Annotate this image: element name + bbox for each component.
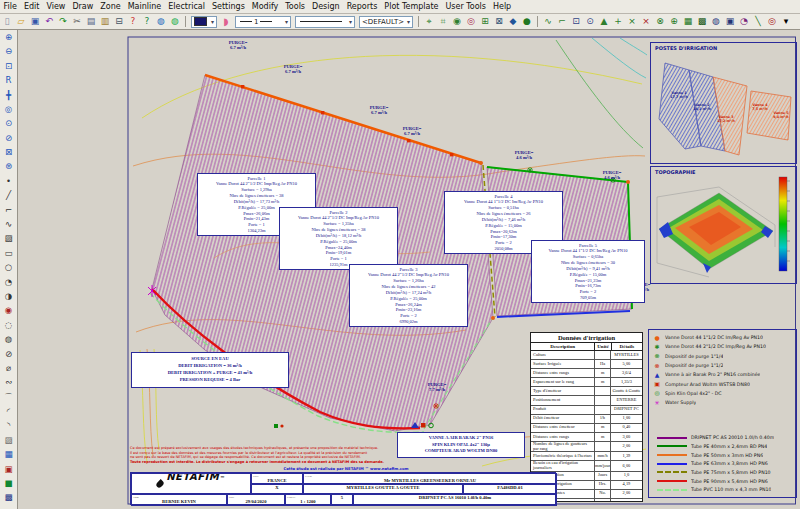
zoom-in-icon[interactable]: ⊕ <box>1 30 16 44</box>
dense-fill-tool-icon[interactable]: ▩ <box>695 15 709 28</box>
measure-tool-icon[interactable]: ⌀ <box>1 361 16 375</box>
valve-tool-icon[interactable]: ▲ <box>597 15 611 28</box>
redo-icon[interactable]: ↷ <box>56 15 70 28</box>
copy-icon[interactable]: ▤ <box>84 15 98 28</box>
menu-item[interactable]: Draw <box>69 2 97 11</box>
netafim-online-icon[interactable]: ◍ <box>168 15 182 28</box>
table-cell-unit <box>594 406 611 414</box>
delete-zone-tool-icon[interactable]: × <box>639 15 653 28</box>
undo-icon[interactable]: ↶ <box>42 15 56 28</box>
image-fill-tool-icon[interactable]: ▣ <box>1 462 16 476</box>
ellipse-filled-tool-icon[interactable]: ◍ <box>1 332 16 346</box>
delete-block-tool-icon[interactable]: ⊠ <box>492 15 506 28</box>
snap-tool-icon[interactable]: ⌖ <box>422 15 436 28</box>
about-icon[interactable]: ? <box>140 15 154 28</box>
drawing-toolbar: ⊕⊖⊡R╋◎⊙⊘⊠⊛•╱⌐∿▨▭○◔◑◉◌◍⊘⌀∾⌒◜◝▨▦▣■▩ <box>0 30 18 509</box>
point-tool-icon[interactable]: • <box>1 174 16 188</box>
report-tool-icon[interactable]: ▣ <box>723 15 737 28</box>
ellipse-arc-tool-icon[interactable]: ⊘ <box>1 347 16 361</box>
circle-2pt-tool-icon[interactable]: ◔ <box>1 275 16 289</box>
zoom-window-icon[interactable]: ⊡ <box>1 59 16 73</box>
zoom-center-icon[interactable]: ⊙ <box>1 116 16 130</box>
menu-item[interactable]: Modify <box>248 2 282 11</box>
legend-line-row: Tube PVC 110 mm x 4,3 mm PN10 <box>649 486 796 495</box>
circled-point-tool-icon[interactable]: ⊙ <box>583 15 597 28</box>
ellipse-tool-icon[interactable]: ◌ <box>1 318 16 332</box>
cut-icon[interactable]: ✂ <box>70 15 84 28</box>
new-file-icon[interactable]: ▯ <box>0 15 14 28</box>
pattern-fill-tool-icon[interactable]: ▩ <box>1 491 16 505</box>
table-cell-unit: Ha <box>594 360 611 368</box>
color-picker-combo[interactable]: ▾ <box>191 16 217 28</box>
outlet-tool-icon[interactable]: ● <box>520 15 534 28</box>
source-info-line: SOURCE EN EAU <box>134 356 286 363</box>
arc-start-end-tool-icon[interactable]: ◜ <box>1 404 16 418</box>
menu-item[interactable]: Help <box>489 2 514 11</box>
node-tool-icon[interactable]: ◉ <box>450 15 464 28</box>
polyline-tool-icon[interactable]: ⌐ <box>1 203 16 217</box>
wave-tool-icon[interactable]: ∿ <box>541 15 555 28</box>
globe-tool-icon[interactable]: ◍ <box>709 15 723 28</box>
legend-line-swatch <box>657 445 687 447</box>
solid-fill-tool-icon[interactable]: ■ <box>1 476 16 490</box>
redraw-icon[interactable]: R <box>1 73 16 87</box>
menu-item[interactable]: Reports <box>343 2 381 11</box>
zoom-out-icon[interactable]: ⊖ <box>1 44 16 58</box>
menu-item[interactable]: Plot Template <box>381 2 442 11</box>
polygon-tool-icon[interactable]: ▭ <box>1 246 16 260</box>
pan-icon[interactable]: ╋ <box>1 88 16 102</box>
hatch-pattern-tool-icon[interactable]: ▦ <box>1 447 16 461</box>
menu-item[interactable]: Tools <box>282 2 309 11</box>
image-tool-icon[interactable]: ◉ <box>1 303 16 317</box>
remove-tool-icon[interactable]: × <box>625 15 639 28</box>
line-width-combo[interactable]: 1 ▾ <box>235 16 291 28</box>
menu-item[interactable]: Zone <box>97 2 124 11</box>
eraser-icon[interactable]: ◗ <box>219 15 233 28</box>
add-tool-icon[interactable]: + <box>611 15 625 28</box>
menu-item[interactable]: View <box>43 2 69 11</box>
stop-tool-icon[interactable]: ◎ <box>765 15 779 28</box>
menu-item[interactable]: Mainline <box>124 2 165 11</box>
pipe-slope-tool-icon[interactable]: ╲ <box>751 15 765 28</box>
paste-icon[interactable]: ▥ <box>98 15 112 28</box>
menu-item[interactable]: User Tools <box>442 2 489 11</box>
junction-tool-icon[interactable]: ⊕ <box>667 15 681 28</box>
hatch-tool-icon[interactable]: ▨ <box>1 433 16 447</box>
purge-tool-icon[interactable]: ⊗ <box>653 15 667 28</box>
zone-fill-tool-icon[interactable]: ▦ <box>681 15 695 28</box>
toolbar-overflow-arrow[interactable]: ▾ <box>779 15 793 28</box>
curve-tool-icon[interactable]: ∿ <box>1 217 16 231</box>
zoom-dynamic-icon[interactable]: ◎ <box>1 102 16 116</box>
menu-item[interactable]: Edit <box>20 2 43 11</box>
web-icon[interactable]: ◍ <box>154 15 168 28</box>
rectangle-tool-icon[interactable]: ▨ <box>1 231 16 245</box>
fitting-tool-icon[interactable]: ◆ <box>506 15 520 28</box>
zoom-previous-icon[interactable]: ⊘ <box>1 131 16 145</box>
arc-radius-tool-icon[interactable]: ◝ <box>1 419 16 433</box>
help-icon[interactable]: ? <box>126 15 140 28</box>
zoom-scale-icon[interactable]: ⊛ <box>1 160 16 174</box>
boxed-point-tool-icon[interactable]: ⊡ <box>569 15 583 28</box>
menu-item[interactable]: Electrical <box>165 2 209 11</box>
arc-tool-icon[interactable]: ◑ <box>1 289 16 303</box>
grid-tool-icon[interactable]: ⌗ <box>436 15 450 28</box>
arc-3pt-tool-icon[interactable]: ⌒ <box>1 390 16 404</box>
save-icon[interactable]: ▣ <box>28 15 42 28</box>
legend-line-label: Tube PE 90mm x 5,4mm HD PN6 <box>691 479 768 484</box>
line-style-combo[interactable]: ▾ <box>295 16 355 28</box>
menu-item[interactable]: Design <box>309 2 344 11</box>
print-icon[interactable]: ⊟ <box>112 15 126 28</box>
circle-center-tool-icon[interactable]: ○ <box>1 260 16 274</box>
spline-tool-icon[interactable]: ∾ <box>1 375 16 389</box>
add-block-tool-icon[interactable]: ⊞ <box>478 15 492 28</box>
menu-item[interactable]: File <box>0 2 20 11</box>
ring-tool-icon[interactable]: ◎ <box>464 15 478 28</box>
corner-pipe-tool-icon[interactable]: ⌐ <box>555 15 569 28</box>
plot-template-combo[interactable]: <DEFAULT> ▾ <box>359 16 413 28</box>
table-header-row: Description Unité Détails <box>531 343 642 351</box>
line-tool-icon[interactable]: ╱ <box>1 188 16 202</box>
open-folder-icon[interactable]: ▱ <box>14 15 28 28</box>
pie-tool-icon[interactable]: ◔ <box>737 15 751 28</box>
menu-item[interactable]: Settings <box>208 2 248 11</box>
zoom-extents-icon[interactable]: ⊠ <box>1 145 16 159</box>
